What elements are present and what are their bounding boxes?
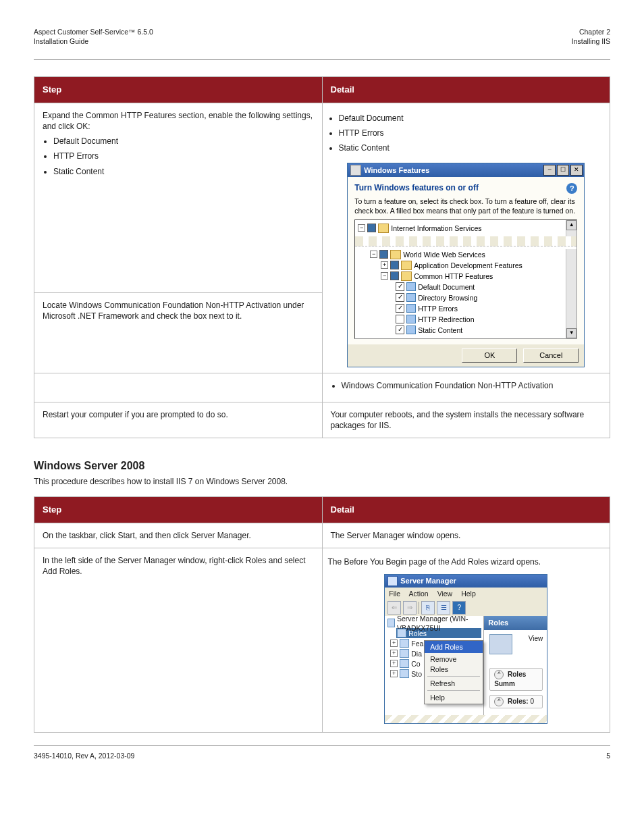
chf-checkbox[interactable] [390,271,399,280]
step1-bullet-2: HTTP Errors [53,151,314,161]
wf-desc: To turn a feature on, select its check b… [354,197,577,215]
step1-bullet-3: Static Content [53,166,314,177]
tool-icon-1[interactable]: ⎘ [421,601,435,615]
menu-help[interactable]: Help [461,590,476,598]
table2-detail-2: The Before You Begin page of the Add Rol… [322,548,610,732]
db-label[interactable]: Directory Browsing [418,293,477,303]
adf-label[interactable]: Application Development Features [414,261,522,270]
table1-detail-2: Windows Communication Foundation Non-HTT… [322,373,610,402]
forward-icon: ⇒ [403,601,417,615]
table1-step-1: Expand the Common HTTP Features section,… [34,103,323,292]
chapter-title: Installing IIS [572,36,610,46]
step1-bullet-1: Default Document [53,136,314,147]
roles-summary-panel: ^ Roles Summ [489,668,543,691]
minimize-button[interactable]: – [543,165,556,176]
table1-step-2b-hidden [34,373,323,402]
server-manager-title: Server Manager [400,576,456,586]
menu-action[interactable]: Action [409,590,429,598]
scrollbar-vertical-2[interactable]: ▼ [566,249,576,338]
wf-heading: Turn Windows features on or off ? [354,182,577,193]
db-checkbox[interactable]: ✓ [396,293,404,302]
expand-features-icon[interactable]: + [390,640,398,647]
doc-title: Aspect Customer Self-Service™ 6.5.0 [34,27,572,36]
scroll-up-button[interactable]: ▲ [566,220,576,230]
hr-checkbox[interactable] [396,315,404,323]
table1-detail-3: Your computer reboots, and the system in… [322,402,610,438]
iis-label[interactable]: Internet Information Services [391,224,481,233]
windows-features-title: Windows Features [364,165,542,176]
config-icon [400,659,409,668]
context-menu: Add Roles Remove Roles Refresh Help [424,640,483,704]
table1-head-detail: Detail [322,77,610,103]
sc-label[interactable]: Static Content [418,325,462,335]
expand-storage-icon[interactable]: + [390,670,398,677]
table2-head-detail: Detail [322,497,610,523]
section-heading: Windows Server 2008 [34,459,610,473]
cancel-button[interactable]: Cancel [523,348,579,363]
expand-adf-icon[interactable]: + [381,261,388,269]
help-tool-icon[interactable]: ? [452,601,466,615]
feature-icon [406,304,416,313]
scroll-down-button[interactable]: ▼ [566,328,576,338]
doc-subtitle: Installation Guide [34,36,572,46]
www-label[interactable]: World Wide Web Services [403,250,485,259]
iis-checkbox[interactable] [367,224,376,232]
window-icon [350,165,361,176]
detail1-bullet-2: HTTP Errors [339,128,605,138]
server-manager-content: Roles View ^ Roles Summ [484,616,547,715]
detail2-bullet: Windows Communication Foundation Non-HTT… [342,380,602,391]
chapter-label: Chapter 2 [572,27,610,36]
www-checkbox[interactable] [379,250,388,259]
instructions-table-1: Step Detail Expand the Common HTTP Featu… [34,76,610,373]
tool-icon-2[interactable]: ☰ [437,601,450,615]
sm-features[interactable]: Fea [411,639,423,648]
expand-config-icon[interactable]: + [390,660,398,667]
roles-icon [397,629,406,637]
scrollbar-vertical[interactable]: ▲ [566,220,576,236]
server-manager-tree: Server Manager (WIN-VBADKX75UI Roles + F [385,616,484,715]
close-button[interactable]: ✕ [570,165,583,176]
sm-config[interactable]: Co [411,659,420,669]
sm-storage[interactable]: Sto [411,669,422,679]
collapse-iis-icon[interactable]: − [358,224,365,232]
he-label[interactable]: HTTP Errors [418,304,458,313]
collapse-chf-icon[interactable]: − [381,272,388,280]
menu-remove-roles[interactable]: Remove Roles [425,653,483,675]
server-manager-window: Server Manager File Action View Help ⇐ ⇒ [384,574,547,724]
dd-checkbox[interactable]: ✓ [396,282,404,291]
adf-checkbox[interactable] [390,261,399,269]
menu-file[interactable]: File [389,590,400,598]
menu-refresh[interactable]: Refresh [425,677,483,689]
help-icon[interactable]: ? [566,183,577,194]
menu-add-roles[interactable]: Add Roles [425,641,483,653]
table1-step-2: Locate Windows Communication Foundation … [34,292,323,373]
disclosure-icon[interactable]: ^ [494,697,504,706]
feature-icon [406,282,416,291]
hr-label[interactable]: HTTP Redirection [418,315,474,324]
folder-icon [401,271,412,281]
collapse-www-icon[interactable]: − [370,251,377,258]
chf-label[interactable]: Common HTTP Features [414,271,493,281]
sc-checkbox[interactable]: ✓ [396,325,404,334]
menu-help[interactable]: Help [425,692,483,704]
sm-diag[interactable]: Dia [411,649,422,658]
ok-button[interactable]: OK [462,348,517,363]
disclosure-icon[interactable]: ^ [494,670,504,679]
storage-icon [400,669,409,678]
header-rule [34,59,610,60]
view-label[interactable]: View [529,635,543,642]
folder-icon [378,224,389,233]
table1-head-step: Step [34,77,323,103]
maximize-button[interactable]: ☐ [557,165,569,176]
he-checkbox[interactable]: ✓ [396,304,404,313]
dd-label[interactable]: Default Document [418,282,475,292]
menu-view[interactable]: View [437,590,453,598]
feature-icon [406,293,416,302]
expand-diag-icon[interactable]: + [390,650,398,657]
sm-roles[interactable]: Roles [408,629,427,638]
feature-icon [406,325,416,334]
folder-icon [390,250,401,259]
page-header: Aspect Customer Self-Service™ 6.5.0 Inst… [34,27,610,46]
windows-features-window: Windows Features – ☐ ✕ Turn Windows feat… [347,163,585,367]
feature-icon [406,315,416,323]
